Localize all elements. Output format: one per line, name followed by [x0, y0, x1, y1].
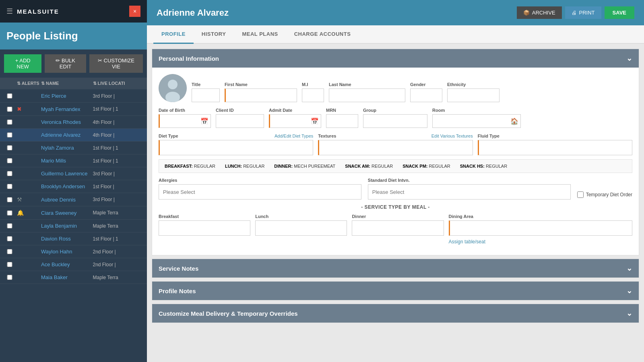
- person-name[interactable]: Eric Pierce: [41, 93, 93, 99]
- ethnicity-input[interactable]: [447, 88, 500, 102]
- person-name[interactable]: Aubree Dennis: [41, 197, 93, 203]
- save-button[interactable]: SAVE: [605, 6, 634, 19]
- room-input[interactable]: Cranston | Hopetown | 3rd: [432, 114, 521, 128]
- row-checkbox[interactable]: [2, 158, 17, 163]
- std-diet-input[interactable]: [368, 184, 571, 200]
- diet-type-input[interactable]: Regular: [159, 140, 313, 155]
- tab-meal-plans[interactable]: MEAL PLANS: [234, 25, 286, 44]
- row-checkbox[interactable]: [2, 107, 17, 112]
- row-checkbox[interactable]: [2, 249, 17, 254]
- mrn-input[interactable]: [326, 114, 358, 128]
- clientid-input[interactable]: 3156324: [216, 114, 264, 128]
- assign-table-link[interactable]: Assign table/seat: [449, 239, 632, 245]
- person-name[interactable]: Layla Benjamin: [41, 223, 93, 229]
- group-input[interactable]: Assisted Living: [363, 114, 427, 128]
- dinner-service-input[interactable]: Non Select: [352, 220, 444, 236]
- tab-profile[interactable]: PROFILE: [153, 25, 194, 44]
- mi-input[interactable]: L: [302, 88, 324, 102]
- sidebar-title-bar: People Listing: [0, 23, 147, 49]
- close-button[interactable]: ×: [129, 6, 140, 17]
- service-row: Breakfast Non Select Lunch Non Select Di…: [159, 214, 632, 245]
- print-button[interactable]: 🖨 PRINT: [565, 6, 601, 19]
- row-checkbox[interactable]: [2, 236, 17, 241]
- lunch-service-input[interactable]: Non Select: [255, 220, 347, 236]
- chevron-down-icon: ⌄: [626, 54, 632, 63]
- personal-info-title: Personal Information: [159, 55, 219, 62]
- avatar: [159, 74, 187, 102]
- row-checkbox[interactable]: [2, 184, 17, 189]
- list-item: Waylon Hahn 2nd Floor |: [0, 245, 147, 258]
- alert-cell: ✖: [17, 106, 41, 112]
- person-name[interactable]: Maia Baker: [41, 274, 93, 280]
- row-checkbox[interactable]: [2, 119, 17, 125]
- col-location[interactable]: ⇅ LIVE LOCATI: [93, 81, 145, 86]
- add-new-button[interactable]: + ADD NEW: [4, 54, 41, 73]
- calendar-icon-admit[interactable]: 📅: [311, 117, 319, 125]
- list-item: Layla Benjamin Maple Terra: [0, 220, 147, 232]
- row-checkbox[interactable]: [2, 93, 17, 99]
- breakfast-service-input[interactable]: Non Select: [159, 220, 250, 236]
- profile-notes-title: Profile Notes: [159, 288, 196, 294]
- textures-input[interactable]: Regular: [318, 140, 473, 155]
- gender-label: Gender: [410, 82, 442, 87]
- person-name[interactable]: Ace Buckley: [41, 261, 93, 267]
- lunch-service-field: Lunch Non Select: [255, 214, 347, 245]
- profile-notes-section: Profile Notes ⌄: [152, 281, 639, 300]
- bulk-edit-button[interactable]: ✏ BULK EDIT: [45, 54, 86, 73]
- personal-info-section: Personal Information ⌄ Title Mr: [152, 49, 639, 255]
- customize-title: Customize Meal Delivery & Temporary Over…: [159, 310, 298, 317]
- lastname-input[interactable]: Alvarez: [329, 88, 405, 102]
- chevron-down-icon: ⌄: [626, 264, 632, 273]
- row-checkbox[interactable]: [2, 275, 17, 280]
- group-label: Group: [363, 108, 427, 113]
- dining-area-input[interactable]: Hopetown DR: [449, 220, 632, 236]
- person-name[interactable]: Veronica Rhodes: [41, 119, 93, 125]
- person-name[interactable]: Waylon Hahn: [41, 249, 93, 255]
- fluid-type-input[interactable]: Regular: [478, 140, 632, 155]
- std-diet-field: Standard Diet Intvn.: [368, 178, 571, 200]
- row-checkbox[interactable]: [2, 197, 17, 202]
- person-name[interactable]: Myah Fernandex: [41, 106, 93, 112]
- row-checkbox[interactable]: [2, 210, 17, 216]
- profile-notes-header[interactable]: Profile Notes ⌄: [152, 282, 639, 300]
- title-input[interactable]: Mrs.: [192, 88, 220, 102]
- archive-button[interactable]: 📦 ARCHIVE: [517, 6, 562, 19]
- customize-view-button[interactable]: ✂ CUSTOMIZE VIE: [89, 54, 143, 73]
- edit-textures-link[interactable]: Edit Various Textures: [431, 134, 473, 138]
- row-checkbox[interactable]: [2, 132, 17, 138]
- ethnicity-field: Ethnicity: [447, 82, 500, 102]
- service-notes-header[interactable]: Service Notes ⌄: [152, 259, 639, 278]
- firstname-input[interactable]: Adrienne: [225, 88, 297, 102]
- person-name[interactable]: Mario Mills: [41, 158, 93, 164]
- temp-diet-checkbox[interactable]: [577, 191, 584, 198]
- person-name[interactable]: Davion Ross: [41, 236, 93, 242]
- person-location: 3rd Floor |: [93, 93, 145, 99]
- list-item: Davion Ross 1st Floor | 1: [0, 232, 147, 245]
- person-name[interactable]: Adrienne Alvarez: [41, 132, 93, 138]
- main-content: Adrienne Alvarez 📦 ARCHIVE 🖨 PRINT SAVE …: [147, 0, 644, 362]
- person-name[interactable]: Guillermo Lawrence: [41, 171, 93, 177]
- allergies-input[interactable]: [159, 184, 361, 200]
- hamburger-icon[interactable]: ☰: [6, 7, 13, 16]
- col-checkbox: [2, 81, 17, 86]
- home-icon[interactable]: 🏠: [510, 117, 518, 125]
- person-name[interactable]: Ciara Sweeney: [41, 210, 93, 216]
- std-diet-label: Standard Diet Intvn.: [368, 178, 571, 183]
- person-name[interactable]: Nylah Zamora: [41, 145, 93, 151]
- add-edit-diet-link[interactable]: Add/Edit Diet Types: [275, 134, 313, 138]
- customize-header[interactable]: Customize Meal Delivery & Temporary Over…: [152, 304, 639, 323]
- row-checkbox[interactable]: [2, 145, 17, 150]
- col-alerts[interactable]: ⇅ ALERTS: [17, 81, 41, 86]
- gender-input[interactable]: Male: [410, 88, 442, 102]
- col-name[interactable]: ⇅ NAME: [41, 81, 93, 86]
- tab-history[interactable]: HISTORY: [194, 25, 234, 44]
- row-checkbox[interactable]: [2, 171, 17, 176]
- row-checkbox[interactable]: [2, 223, 17, 228]
- person-name[interactable]: Brooklyn Andersen: [41, 183, 93, 189]
- svg-point-1: [168, 80, 178, 89]
- tab-charge-accounts[interactable]: CHARGE ACCOUNTS: [286, 25, 359, 44]
- row-checkbox[interactable]: [2, 262, 17, 267]
- breakfast-summary: BREAKFAST: REGULAR: [165, 164, 215, 169]
- personal-info-header[interactable]: Personal Information ⌄: [152, 49, 639, 68]
- calendar-icon[interactable]: 📅: [200, 117, 208, 125]
